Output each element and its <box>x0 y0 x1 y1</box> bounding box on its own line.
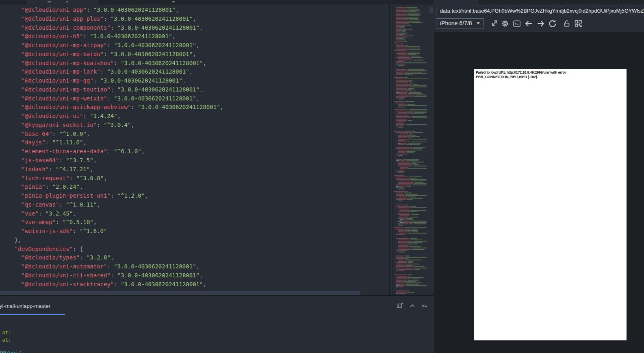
minimap-guide-line <box>392 7 393 295</box>
code-line: "@dcloudio/uni-mp-alipay": "3.0.0-403062… <box>8 41 386 50</box>
code-line: "lodash": "^4.17.21", <box>8 165 386 174</box>
new-terminal-icon[interactable] <box>396 302 403 309</box>
code-line: "@dcloudio/uni-app-plus": "3.0.0-4030620… <box>8 15 386 24</box>
code-line: "@hyoga/uni-socket.io": "^3.0.4", <box>8 121 386 130</box>
code-line: "@dcloudio/uni-stacktracey": "3.0.0-4030… <box>8 280 386 289</box>
code-line: "weixin-js-sdk": "^1.6.0" <box>8 227 386 236</box>
code-line: "@dcloudio/uni-ui": "1.4.24", <box>8 112 386 121</box>
window: "@dcloudio/uni-app": "3.0.0-403062024112… <box>0 0 644 353</box>
code-line: "@dcloudio/uni-mp-weixin": "3.0.0-403062… <box>8 94 386 103</box>
editor-tab-4[interactable] <box>143 0 209 4</box>
code-line: "dayjs": "^1.11.6", <box>8 138 386 147</box>
clear-console-icon[interactable] <box>421 302 428 309</box>
code-line: "@dcloudio/uni-h5": "3.0.0-4030620241128… <box>8 32 386 41</box>
code-line: "@dcloudio/uni-mp-qq": "3.0.0-4030620241… <box>8 76 386 85</box>
code-editor[interactable]: "@dcloudio/uni-app": "3.0.0-403062024112… <box>8 6 386 289</box>
console-tab-underline <box>0 314 65 315</box>
qr-code-icon[interactable] <box>574 19 583 28</box>
console-toggle-icon[interactable] <box>512 19 521 28</box>
code-line: "vue-amap": "^0.5.10", <box>8 218 386 227</box>
console-divider <box>0 295 434 296</box>
code-line: "vue": "3.2.45", <box>8 209 386 218</box>
minimap[interactable] <box>393 7 427 294</box>
url-input[interactable]: data:text/html;base64,PGh0bWw%2BPGJvZHkg… <box>436 6 644 16</box>
device-select-value: iPhone 6/7/8 <box>440 20 472 26</box>
code-line: "qs-canvas": "^1.0.11", <box>8 200 386 209</box>
console-output-line: at: <box>2 329 11 336</box>
chevron-down-icon <box>477 22 480 24</box>
code-line: "@dcloudio/uni-mp-baidu": "3.0.0-4030620… <box>8 50 386 59</box>
editor-tab-1[interactable] <box>0 0 25 4</box>
lock-icon[interactable] <box>562 19 571 28</box>
settings-gear-icon[interactable] <box>501 19 510 28</box>
editor-tab-active[interactable] <box>26 0 100 4</box>
code-line: "js-base64": "^3.7.5", <box>8 156 386 165</box>
minimap-divider <box>389 4 390 295</box>
console-output-line: at: <box>2 337 11 343</box>
back-icon[interactable] <box>524 19 533 28</box>
page-error-text: Failed to load URL http://172.18.9.49:29… <box>476 70 614 79</box>
code-line: "@dcloudio/uni-quickapp-webview": "3.0.0… <box>8 103 386 112</box>
code-line: "@dcloudio/uni-components": "3.0.0-40306… <box>8 24 386 33</box>
code-line: "@dcloudio/uni-mp-toutiao": "3.0.0-40306… <box>8 85 386 94</box>
editor-tab-strip <box>0 0 434 4</box>
code-line: "pinia-plugin-persist-uni": "^1.2.0", <box>8 192 386 200</box>
console-output-link[interactable]: 99/uni/ <box>0 350 22 353</box>
code-line: "luch-request": "^3.0.8", <box>8 174 386 183</box>
collapse-panel-icon[interactable] <box>409 302 416 309</box>
code-line: "@dcloudio/uni-mp-lark": "3.0.0-40306202… <box>8 68 386 76</box>
open-external-icon[interactable] <box>490 19 499 28</box>
forward-icon[interactable] <box>536 19 545 28</box>
editor-tab-3[interactable] <box>100 0 142 4</box>
console-tab[interactable]: yi-mall-uniapp-master <box>0 303 50 309</box>
code-line: "@dcloudio/uni-cli-shared": "3.0.0-40306… <box>8 271 386 280</box>
preview-tab-active[interactable] <box>434 0 479 4</box>
code-line: "@dcloudio/uni-mp-kuaishou": "3.0.0-4030… <box>8 59 386 68</box>
code-line: "element-china-area-data": "^6.1.0", <box>8 147 386 156</box>
vertical-scrollbar-thumb[interactable] <box>429 7 433 13</box>
horizontal-scrollbar-thumb[interactable] <box>0 291 360 295</box>
code-line: }, <box>8 236 386 245</box>
code-line: "@dcloudio/uni-automator": "3.0.0-403062… <box>8 262 386 271</box>
code-line: "@dcloudio/uni-app": "3.0.0-403062024112… <box>8 6 386 15</box>
code-line: "devDependencies": { <box>8 245 386 254</box>
device-viewport[interactable]: Failed to load URL http://172.18.9.49:29… <box>474 69 627 340</box>
code-line: "base-64": "^1.0.0", <box>8 130 386 139</box>
refresh-icon[interactable] <box>548 19 557 28</box>
code-line: "@dcloudio/types": "3.2.8", <box>8 253 386 262</box>
code-line: "pinia": "2.0.24", <box>8 183 386 192</box>
